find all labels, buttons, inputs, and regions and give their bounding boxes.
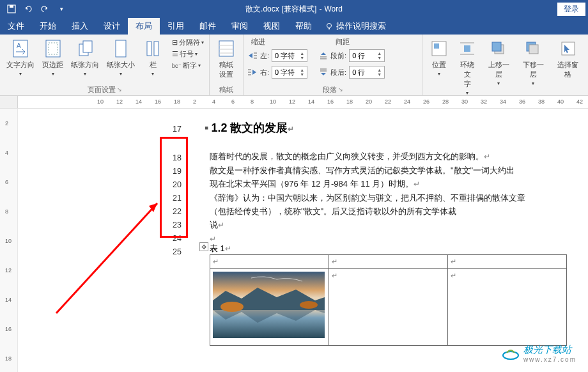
table-cell-image[interactable] bbox=[210, 269, 329, 346]
svg-rect-1 bbox=[10, 5, 13, 8]
dialog-launcher-icon[interactable]: ↘ bbox=[117, 86, 122, 93]
tell-me-search[interactable]: 操作说明搜索 bbox=[320, 20, 391, 32]
margins-icon bbox=[43, 38, 63, 59]
tab-insert[interactable]: 插入 bbox=[64, 18, 96, 35]
bring-forward-button[interactable]: 上移一层▾ bbox=[483, 37, 514, 88]
breaks-button[interactable]: ⊟分隔符▾ bbox=[171, 37, 205, 48]
group-arrange: 位置▾ 环绕文 字▾ 上移一层▾ 下移一层▾ 选择窗格 排列 bbox=[422, 35, 588, 95]
indent-right-icon bbox=[247, 68, 258, 77]
wrap-text-button[interactable]: 环绕文 字▾ bbox=[454, 37, 480, 97]
title-right: 登录 bbox=[557, 3, 588, 16]
orientation-icon bbox=[75, 38, 95, 59]
ribbon: A 文字方向 ▾ 页边距 ▾ 纸张方向 ▾ 纸张大小 ▾ 栏 bbox=[0, 35, 588, 96]
svg-rect-10 bbox=[116, 40, 126, 57]
dialog-launcher-icon[interactable]: ↘ bbox=[338, 86, 343, 93]
svg-point-43 bbox=[503, 352, 518, 359]
embedded-image[interactable] bbox=[213, 272, 325, 338]
table-move-handle-icon[interactable]: ✥ bbox=[199, 242, 208, 251]
group-label-manuscript: 稿纸 bbox=[219, 85, 233, 95]
table-cell[interactable]: ↵ bbox=[210, 255, 329, 269]
app-name: Word bbox=[324, 4, 342, 13]
tab-help[interactable]: 帮助 bbox=[288, 18, 320, 35]
document-table[interactable]: ↵↵↵ bbox=[210, 254, 567, 346]
indent-left-input[interactable]: 0 字符▲▼ bbox=[272, 49, 307, 62]
position-button[interactable]: 位置▾ bbox=[426, 37, 452, 78]
svg-rect-3 bbox=[329, 28, 330, 29]
text-direction-button[interactable]: A 文字方向 ▾ bbox=[4, 37, 37, 78]
selection-pane-button[interactable]: 选择窗格 bbox=[552, 37, 584, 81]
spacing-after-input[interactable]: 0 行▲▼ bbox=[349, 66, 385, 79]
manuscript-icon bbox=[216, 38, 236, 59]
quick-access-toolbar: ▾ bbox=[0, 1, 69, 17]
table-row: ↵↵↵ bbox=[210, 255, 567, 269]
redo-icon[interactable] bbox=[37, 1, 52, 17]
before-label: 段前: bbox=[330, 51, 346, 61]
svg-point-40 bbox=[300, 301, 318, 309]
watermark-url: www.xz7.com bbox=[523, 356, 576, 363]
tab-file[interactable]: 文件 bbox=[0, 18, 32, 35]
line-numbers-button[interactable]: ☰行号▾ bbox=[171, 49, 205, 59]
hyphenation-button[interactable]: bc⁻断字▾ bbox=[171, 60, 205, 71]
lightbulb-icon bbox=[325, 22, 334, 31]
qat-dropdown-icon[interactable]: ▾ bbox=[54, 1, 69, 17]
annotation-arrow bbox=[50, 192, 171, 320]
send-backward-button[interactable]: 下移一层▾ bbox=[517, 37, 549, 88]
ruler-area: 1012141618246810121416182022242628303234… bbox=[0, 96, 588, 109]
text-direction-icon: A bbox=[10, 38, 31, 59]
svg-rect-9 bbox=[83, 41, 92, 52]
indent-right-input[interactable]: 0 字符▲▼ bbox=[272, 66, 307, 79]
svg-rect-11 bbox=[147, 42, 151, 56]
table-cell[interactable]: ↵ bbox=[329, 255, 448, 269]
title-center: 散文.docx [兼容模式] - Word bbox=[245, 4, 343, 15]
after-label: 段后: bbox=[330, 68, 346, 77]
forward-icon bbox=[488, 38, 509, 59]
table-cell[interactable]: ↵ bbox=[448, 269, 567, 346]
save-icon[interactable] bbox=[4, 1, 19, 17]
indent-heading: 缩进 bbox=[251, 37, 265, 47]
svg-rect-6 bbox=[46, 40, 60, 57]
tab-home[interactable]: 开始 bbox=[32, 18, 64, 35]
svg-rect-33 bbox=[492, 42, 501, 51]
line-numbers-icon: ☰ bbox=[172, 50, 178, 58]
compat-mode: [兼容模式] bbox=[282, 4, 317, 15]
columns-button[interactable]: 栏 ▾ bbox=[140, 37, 166, 78]
tab-layout[interactable]: 布局 bbox=[128, 18, 160, 35]
vertical-ruler[interactable]: 24681012141618 bbox=[0, 109, 18, 372]
tab-design[interactable]: 设计 bbox=[96, 18, 128, 35]
watermark-text: 极光下载站 bbox=[523, 344, 576, 356]
size-icon bbox=[111, 38, 131, 59]
svg-text:A: A bbox=[17, 42, 21, 49]
svg-line-41 bbox=[56, 203, 157, 313]
tab-view[interactable]: 视图 bbox=[256, 18, 288, 35]
svg-marker-42 bbox=[149, 203, 157, 212]
table-cell[interactable]: ↵ bbox=[448, 255, 567, 269]
undo-icon[interactable] bbox=[20, 1, 36, 17]
title-bar: ▾ 散文.docx [兼容模式] - Word 登录 bbox=[0, 0, 588, 18]
menu-bar: 文件 开始 插入 设计 布局 引用 邮件 审阅 视图 帮助 操作说明搜索 bbox=[0, 18, 588, 35]
columns-icon bbox=[143, 38, 163, 59]
bullet-icon: ▪ bbox=[205, 121, 208, 134]
ruler-corner bbox=[0, 96, 18, 108]
backward-icon bbox=[523, 38, 543, 59]
svg-rect-28 bbox=[434, 43, 439, 49]
tab-mailings[interactable]: 邮件 bbox=[192, 18, 224, 35]
chevron-down-icon: ▾ bbox=[19, 71, 22, 77]
hyphenation-icon: bc⁻ bbox=[172, 63, 182, 69]
horizontal-ruler[interactable]: 1012141618246810121416182022242628303234… bbox=[18, 96, 588, 108]
size-button[interactable]: 纸张大小 ▾ bbox=[104, 37, 137, 78]
group-paragraph: 缩进 间距 左: 0 字符▲▼ 段前: 0 行▲▼ 右: 0 字符▲▼ 段后: … bbox=[244, 35, 422, 95]
spacing-before-input[interactable]: 0 行▲▼ bbox=[349, 49, 385, 62]
login-button[interactable]: 登录 bbox=[557, 3, 585, 16]
tab-review[interactable]: 审阅 bbox=[224, 18, 256, 35]
indent-left-icon bbox=[247, 51, 258, 60]
table-cell[interactable]: ↵ bbox=[329, 269, 448, 346]
svg-point-39 bbox=[220, 302, 244, 312]
document-page[interactable]: 171819202122232425 ▪1.2 散文的发展↵ 随着时代的发展，散… bbox=[18, 109, 588, 372]
group-label-paragraph: 段落 bbox=[323, 85, 337, 95]
table-row: ↵ ↵ bbox=[210, 269, 567, 346]
tab-references[interactable]: 引用 bbox=[160, 18, 192, 35]
orientation-button[interactable]: 纸张方向 ▾ bbox=[68, 37, 102, 78]
manuscript-settings-button[interactable]: 稿纸 设置 bbox=[213, 37, 239, 81]
selection-pane-icon bbox=[558, 38, 578, 59]
margins-button[interactable]: 页边距 ▾ bbox=[40, 37, 66, 78]
